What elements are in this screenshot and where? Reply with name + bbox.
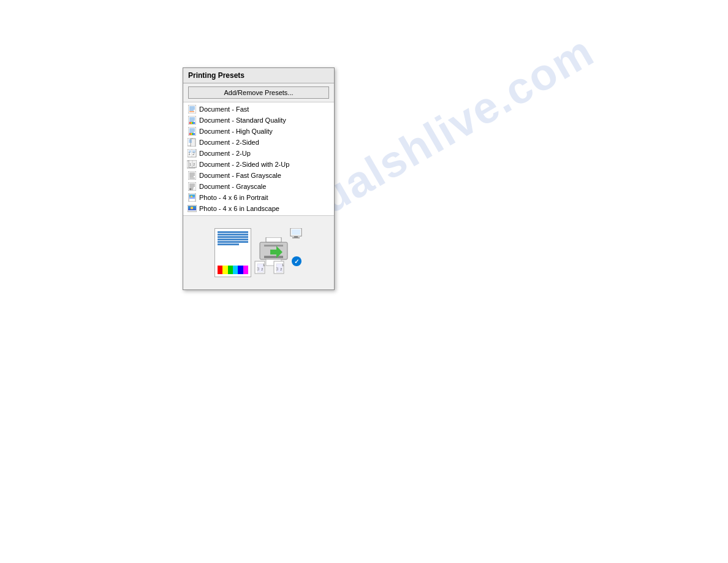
checkmark-badge: ✓ — [292, 256, 301, 266]
preview-line-3 — [218, 236, 248, 238]
svg-rect-70 — [266, 237, 281, 242]
svg-rect-25 — [193, 133, 195, 135]
svg-rect-55 — [189, 188, 191, 190]
svg-rect-72 — [264, 245, 283, 247]
svg-rect-73 — [264, 256, 283, 258]
color-bar-magenta — [243, 266, 248, 274]
preset-item-doc-standard[interactable]: Document - Standard Quality — [183, 115, 334, 126]
monitor-icon — [289, 228, 303, 239]
svg-rect-65 — [191, 207, 193, 209]
preset-label-doc-high: Document - High Quality — [199, 128, 273, 135]
svg-rect-22 — [189, 133, 191, 135]
preset-label-doc-fast: Document - Fast — [199, 105, 249, 113]
document-color-bars — [218, 266, 248, 274]
document-preview-lines — [218, 231, 248, 264]
preset-item-doc-high[interactable]: Document - High Quality — [183, 126, 334, 137]
preset-icon-doc-high — [187, 127, 197, 136]
preview-line-4 — [218, 239, 248, 240]
svg-rect-57 — [193, 188, 195, 190]
preset-item-photo-portrait[interactable]: Photo - 4 x 6 in Portrait — [183, 192, 334, 203]
svg-rect-56 — [191, 188, 193, 190]
presets-list: Document - Fast Document - Standard — [183, 102, 334, 216]
svg-rect-61 — [191, 196, 192, 197]
svg-text:3: 3 — [257, 266, 260, 272]
preset-icon-doc-2up: 1 2 — [187, 149, 197, 158]
document-preview — [214, 228, 251, 277]
preset-icon-doc-gray — [187, 182, 197, 191]
color-bar-green — [228, 266, 233, 274]
color-bar-yellow — [222, 266, 227, 274]
preset-icon-doc-standard — [187, 116, 197, 124]
svg-rect-23 — [191, 133, 192, 135]
preset-item-doc-fast-gray[interactable]: Document - Fast Grayscale — [183, 170, 334, 181]
color-bar-cyan — [233, 266, 238, 274]
preset-item-doc-2up[interactable]: 1 2 Document - 2-Up — [183, 148, 334, 159]
svg-rect-49 — [189, 177, 195, 179]
small-page-icons: 3 1 2 3 1 2 — [254, 260, 290, 277]
svg-rect-67 — [292, 229, 300, 235]
small-page-icon-1: 3 1 2 — [254, 260, 271, 277]
preview-area: ✓ 3 1 2 3 1 2 — [183, 216, 334, 289]
svg-text:3: 3 — [276, 266, 279, 272]
preset-label-photo-landscape: Photo - 4 x 6 in Landscape — [199, 205, 279, 212]
svg-rect-12 — [189, 122, 191, 124]
preset-label-doc-2sided-2up: Document - 2-Sided with 2-Up — [199, 161, 289, 168]
preset-icon-photo-portrait — [187, 193, 197, 202]
preview-line-1 — [218, 231, 248, 233]
printing-presets-dialog: Printing Presets Add/Remove Presets... D… — [183, 67, 335, 290]
color-bar-blue — [238, 266, 243, 274]
preset-icon-doc-2sided — [187, 138, 197, 147]
preset-label-photo-portrait: Photo - 4 x 6 in Portrait — [199, 194, 268, 201]
preview-line-2 — [218, 234, 248, 236]
svg-rect-15 — [193, 122, 195, 124]
preset-label-doc-2sided: Document - 2-Sided — [199, 139, 259, 146]
preset-item-doc-fast[interactable]: Document - Fast — [183, 104, 334, 115]
add-remove-button-row: Add/Remove Presets... — [183, 83, 334, 102]
dialog-title: Printing Presets — [183, 68, 334, 83]
svg-rect-68 — [294, 236, 298, 237]
preset-item-doc-2sided-2up[interactable]: 1 2 Document - 2-Sided with 2-Up — [183, 159, 334, 170]
small-page-icon-2: 3 1 2 — [273, 260, 290, 277]
preset-label-doc-standard: Document - Standard Quality — [199, 117, 286, 124]
preset-item-doc-2sided[interactable]: Document - 2-Sided — [183, 137, 334, 148]
preview-inner: ✓ 3 1 2 3 1 2 — [214, 228, 303, 277]
preset-label-doc-gray: Document - Grayscale — [199, 183, 266, 190]
preset-item-photo-landscape[interactable]: Photo - 4 x 6 in Landscape — [183, 203, 334, 214]
preview-line-5 — [218, 241, 248, 243]
add-remove-presets-button[interactable]: Add/Remove Presets... — [188, 86, 329, 99]
preset-icon-doc-2sided-2up: 1 2 — [187, 160, 197, 169]
svg-rect-24 — [192, 133, 193, 135]
preset-icon-doc-fast-gray — [187, 171, 197, 180]
svg-rect-13 — [191, 122, 192, 124]
svg-rect-14 — [192, 122, 193, 124]
preset-label-doc-fast-gray: Document - Fast Grayscale — [199, 172, 281, 179]
preset-icon-doc-fast — [187, 105, 197, 113]
preset-item-doc-gray[interactable]: Document - Grayscale — [183, 181, 334, 192]
preview-line-6 — [218, 243, 239, 245]
preset-label-doc-2up: Document - 2-Up — [199, 150, 251, 157]
color-bar-red — [218, 266, 222, 274]
printer-section: ✓ 3 1 2 3 1 2 — [254, 228, 303, 277]
preset-icon-photo-landscape — [187, 204, 197, 213]
svg-rect-69 — [292, 237, 300, 239]
